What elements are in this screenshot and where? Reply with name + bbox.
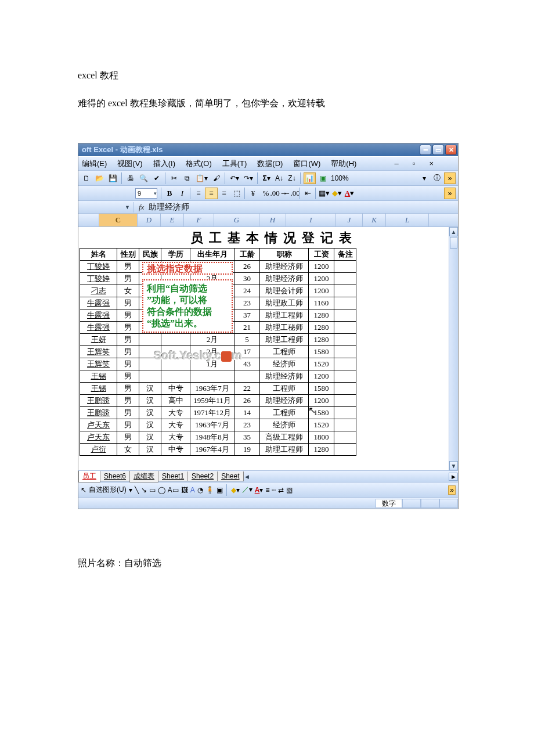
menu-help[interactable]: 帮助(H) xyxy=(331,159,356,169)
cell-yrs[interactable]: 22 xyxy=(234,383,260,395)
draw-overflow-icon[interactable]: » xyxy=(448,485,456,495)
bold-button[interactable]: B xyxy=(163,188,176,199)
table-row[interactable]: 卢天东男汉大专1963年7月23经济师1520 xyxy=(80,419,356,431)
cell-sal[interactable]: 1280 xyxy=(309,444,334,456)
cell-nat[interactable]: 汉 xyxy=(139,407,161,419)
sort-desc-icon[interactable]: Z↓ xyxy=(286,172,298,184)
toolbar-overflow-icon[interactable]: » xyxy=(444,172,456,184)
cell-yrs[interactable]: 21 xyxy=(234,322,260,334)
table-row[interactable]: 王锡男助理经济师1200 xyxy=(80,370,356,383)
font-size-selector[interactable]: 9▾ xyxy=(135,188,157,199)
cell-name[interactable]: 卢衍 xyxy=(80,444,117,456)
table-row[interactable]: 王妍男2月5助理工程师1280 xyxy=(80,334,356,346)
cell-title[interactable]: 助理经济师 xyxy=(260,370,309,383)
borders-icon[interactable]: ▦▾ xyxy=(317,188,330,199)
print-icon[interactable]: 🖶 xyxy=(125,172,136,184)
insert-picture-icon[interactable]: 🖼 xyxy=(181,486,188,494)
cell-dob[interactable] xyxy=(190,370,234,383)
cell-nat[interactable]: 汉 xyxy=(139,444,161,456)
vertical-scrollbar[interactable]: ▲ ▼ xyxy=(449,227,458,470)
cell-name[interactable]: 牛露强 xyxy=(80,297,117,309)
cell-yrs[interactable]: 14 xyxy=(234,407,260,419)
cell-dob[interactable]: 1967年4月 xyxy=(190,444,234,456)
col-header-h[interactable]: H xyxy=(259,214,286,226)
cell-sal[interactable]: 1280 xyxy=(309,334,334,346)
doc-restore-icon[interactable]: ▫ xyxy=(413,159,416,168)
tab-scroll-left-icon[interactable]: ◀ xyxy=(243,474,251,480)
open-file-icon[interactable]: 📂 xyxy=(93,172,106,184)
table-row[interactable]: 卢天东男汉大专1948年8月35高级工程师1800 xyxy=(80,431,356,444)
cell-sex[interactable]: 男 xyxy=(117,431,139,444)
fx-icon[interactable]: fx xyxy=(139,203,144,212)
cell-dob[interactable]: 2月 xyxy=(190,334,234,346)
oval-icon[interactable]: ◯ xyxy=(158,486,165,494)
diagram-icon[interactable]: ◔ xyxy=(197,486,203,494)
autosum-icon[interactable]: Σ▾ xyxy=(261,172,272,184)
autoshapes-menu[interactable]: 自选图形(U) xyxy=(89,485,127,495)
sheet-tab[interactable]: 成绩表 xyxy=(129,471,158,483)
table-row[interactable]: 卢衍女汉中专1967年4月19助理工程师1280 xyxy=(80,444,356,456)
fill-color-icon[interactable]: ◆▾ xyxy=(330,188,343,199)
fill-color-draw-icon[interactable]: ◆▾ xyxy=(231,486,240,494)
cell-sex[interactable]: 男 xyxy=(117,407,139,419)
currency-icon[interactable]: ¥ xyxy=(247,188,259,199)
cell-sex[interactable]: 男 xyxy=(117,261,139,273)
col-header-c[interactable]: C xyxy=(99,214,138,226)
cell-sal[interactable]: 1200 xyxy=(309,261,334,273)
cell-name[interactable]: 刁志 xyxy=(80,285,117,297)
menu-view[interactable]: 视图(V) xyxy=(117,159,142,169)
cell-sal[interactable]: 1580 xyxy=(309,383,334,395)
scroll-up-icon[interactable]: ▲ xyxy=(449,227,458,236)
cell-title[interactable]: 工程师 xyxy=(260,346,309,358)
cell-title[interactable]: 助理工程师 xyxy=(260,334,309,346)
cell-sex[interactable]: 男 xyxy=(117,309,139,322)
menu-window[interactable]: 窗口(W) xyxy=(293,159,320,169)
cell-note[interactable] xyxy=(334,431,356,444)
cell-sex[interactable]: 男 xyxy=(117,419,139,431)
arrow-style-icon[interactable]: ⇄ xyxy=(278,486,284,494)
textbox-icon[interactable]: A▭ xyxy=(168,486,179,494)
cell-yrs[interactable] xyxy=(234,370,260,383)
cell-note[interactable] xyxy=(334,273,356,285)
help-icon[interactable]: ⓘ xyxy=(431,172,443,184)
drawing-toggle-icon[interactable]: ▣ xyxy=(317,172,329,184)
sort-asc-icon[interactable]: A↓ xyxy=(273,172,285,184)
sheet-tab[interactable]: Sheet1 xyxy=(158,471,188,481)
line-color-icon[interactable]: ／▾ xyxy=(242,485,252,495)
cell-title[interactable]: 助理会计师 xyxy=(260,285,309,297)
cell-title[interactable]: 经济师 xyxy=(260,358,309,370)
rectangle-icon[interactable]: ▭ xyxy=(149,486,156,494)
font-color-draw-icon[interactable]: A▾ xyxy=(255,486,264,494)
scroll-thumb[interactable] xyxy=(450,237,457,249)
cell-edu[interactable]: 大专 xyxy=(161,419,190,431)
cell-yrs[interactable]: 30 xyxy=(234,273,260,285)
cell-note[interactable] xyxy=(334,346,356,358)
insert-object-icon[interactable]: ▣ xyxy=(217,486,223,494)
cell-edu[interactable]: 中专 xyxy=(161,383,190,395)
cell-title[interactable]: 高级工程师 xyxy=(260,431,309,444)
formula-value[interactable]: 助理经济师 xyxy=(149,202,189,213)
cell-edu[interactable] xyxy=(161,370,190,383)
clipart-icon[interactable]: 🧍 xyxy=(205,486,214,494)
cell-title[interactable]: 助理政工师 xyxy=(260,297,309,309)
col-header-d[interactable]: D xyxy=(138,214,161,226)
arrow-icon[interactable]: ↘ xyxy=(141,486,147,494)
format-painter-icon[interactable]: 🖌 xyxy=(211,172,222,184)
zoom-level[interactable]: 100% xyxy=(330,174,350,182)
italic-button[interactable]: I xyxy=(176,188,189,199)
wordart-icon[interactable]: A xyxy=(190,486,195,494)
cell-sal[interactable]: 1160 xyxy=(309,297,334,309)
spellcheck-icon[interactable]: ✔ xyxy=(151,172,163,184)
cell-name[interactable]: 王辉笑 xyxy=(80,358,117,370)
cell-note[interactable] xyxy=(334,370,356,383)
col-header-k[interactable]: K xyxy=(363,214,386,226)
menu-edit[interactable]: 编辑(E) xyxy=(82,159,107,169)
cell-sex[interactable]: 男 xyxy=(117,383,139,395)
cell-edu[interactable] xyxy=(161,334,190,346)
cut-icon[interactable]: ✂ xyxy=(168,172,180,184)
menu-insert[interactable]: 插入(I) xyxy=(153,159,175,169)
cell-name[interactable]: 王鹏骄 xyxy=(80,407,117,419)
shadow-icon[interactable]: ▧ xyxy=(286,486,293,494)
toolbar-options-icon[interactable]: ▾ xyxy=(418,172,430,184)
cell-edu[interactable]: 中专 xyxy=(161,444,190,456)
